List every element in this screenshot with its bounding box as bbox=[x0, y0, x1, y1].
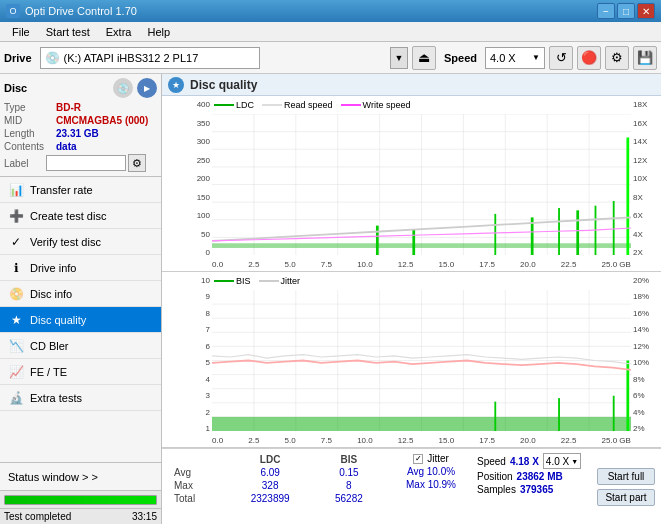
drive-value: (K:) ATAPI iHBS312 2 PL17 bbox=[64, 52, 199, 64]
sidebar-item-fe-te[interactable]: 📈 FE / TE bbox=[0, 359, 161, 385]
svg-rect-48 bbox=[613, 396, 615, 431]
disc-quality-label: Disc quality bbox=[30, 314, 86, 326]
bis-jitter-chart-svg bbox=[212, 290, 631, 431]
legend-write-speed: Write speed bbox=[341, 100, 411, 110]
close-button[interactable]: ✕ bbox=[637, 3, 655, 19]
cd-bler-icon: 📉 bbox=[8, 338, 24, 354]
sidebar-item-disc-info[interactable]: 📀 Disc info bbox=[0, 281, 161, 307]
legend-write-speed-label: Write speed bbox=[363, 100, 411, 110]
fe-te-label: FE / TE bbox=[30, 366, 67, 378]
speed-label: Speed bbox=[444, 52, 477, 64]
action-buttons: Start full Start part bbox=[591, 449, 661, 524]
verify-test-disc-icon: ✓ bbox=[8, 234, 24, 250]
content-header: ★ Disc quality bbox=[162, 74, 661, 96]
minimize-button[interactable]: − bbox=[597, 3, 615, 19]
jitter-section: ✓ Jitter Avg 10.0% Max 10.9% bbox=[391, 449, 471, 524]
transfer-rate-label: Transfer rate bbox=[30, 184, 93, 196]
start-part-button[interactable]: Start part bbox=[597, 489, 655, 506]
status-window-button[interactable]: Status window > > bbox=[0, 462, 161, 490]
disc-contents-row: Contents data bbox=[4, 141, 157, 152]
create-test-disc-icon: ➕ bbox=[8, 208, 24, 224]
legend-bis-label: BIS bbox=[236, 276, 251, 286]
verify-test-disc-label: Verify test disc bbox=[30, 236, 101, 248]
jitter-checkbox[interactable]: ✓ bbox=[413, 454, 423, 464]
jitter-header-row: ✓ Jitter bbox=[413, 453, 449, 464]
position-value: 23862 MB bbox=[517, 471, 563, 482]
label-confirm-button[interactable]: ⚙ bbox=[128, 154, 146, 172]
save-button[interactable]: 💾 bbox=[633, 46, 657, 70]
drive-icon: 💿 bbox=[45, 51, 60, 65]
menu-help[interactable]: Help bbox=[139, 24, 178, 40]
eject-button[interactable]: ⏏ bbox=[412, 46, 436, 70]
position-row: Position 23862 MB bbox=[477, 471, 563, 482]
avg-bis: 0.15 bbox=[315, 466, 383, 479]
sidebar-item-transfer-rate[interactable]: 📊 Transfer rate bbox=[0, 177, 161, 203]
col-header-empty bbox=[170, 453, 225, 466]
drive-selector[interactable]: 💿 (K:) ATAPI iHBS312 2 PL17 bbox=[40, 47, 260, 69]
menu-file[interactable]: File bbox=[4, 24, 38, 40]
bis-jitter-chart-svg-container bbox=[212, 290, 631, 431]
drive-info-label: Drive info bbox=[30, 262, 76, 274]
disc-icon: 💿 bbox=[113, 78, 133, 98]
speed-arrow: ▼ bbox=[532, 53, 540, 62]
menu-extra[interactable]: Extra bbox=[98, 24, 140, 40]
burn-button[interactable]: 🔴 bbox=[577, 46, 601, 70]
disc-info-icon: 📀 bbox=[8, 286, 24, 302]
sidebar-item-extra-tests[interactable]: 🔬 Extra tests bbox=[0, 385, 161, 411]
titlebar: O Opti Drive Control 1.70 − □ ✕ bbox=[0, 0, 661, 22]
label-input[interactable] bbox=[46, 155, 126, 171]
jitter-max-row: Max 10.9% bbox=[406, 479, 456, 490]
mid-value: CMCMAGBA5 (000) bbox=[56, 115, 148, 126]
maximize-button[interactable]: □ bbox=[617, 3, 635, 19]
legend-bis: BIS bbox=[214, 276, 251, 286]
sidebar-item-create-test-disc[interactable]: ➕ Create test disc bbox=[0, 203, 161, 229]
jitter-avg-row: Avg 10.0% bbox=[407, 466, 455, 477]
menu-start-test[interactable]: Start test bbox=[38, 24, 98, 40]
legend-jitter-label: Jitter bbox=[281, 276, 301, 286]
ldc-chart: LDC Read speed Write speed 400 350 30 bbox=[162, 96, 661, 272]
jitter-max-label: Max bbox=[406, 479, 428, 490]
type-label: Type bbox=[4, 102, 56, 113]
disc-header-label: Disc bbox=[4, 82, 27, 94]
yaxis-right-top: 18X 16X 14X 12X 10X 8X 6X 4X 2X bbox=[631, 96, 661, 271]
svg-rect-23 bbox=[576, 210, 579, 255]
mid-label: MID bbox=[4, 115, 56, 126]
start-full-button[interactable]: Start full bbox=[597, 468, 655, 485]
speed-selector[interactable]: 4.0 X ▼ bbox=[485, 47, 545, 69]
jitter-label: Jitter bbox=[427, 453, 449, 464]
sidebar-item-drive-info[interactable]: ℹ Drive info bbox=[0, 255, 161, 281]
sidebar-item-disc-quality[interactable]: ★ Disc quality bbox=[0, 307, 161, 333]
col-header-bis: BIS bbox=[315, 453, 383, 466]
main-area: Disc 💿 ▶ Type BD-R MID CMCMAGBA5 (000) L… bbox=[0, 74, 661, 524]
ldc-chart-svg-container bbox=[212, 114, 631, 255]
content-panel: ★ Disc quality LDC Read speed bbox=[162, 74, 661, 524]
sidebar-item-cd-bler[interactable]: 📉 CD Bler bbox=[0, 333, 161, 359]
speed-dropdown[interactable]: 4.0 X ▼ bbox=[543, 453, 581, 469]
sidebar-item-verify-test-disc[interactable]: ✓ Verify test disc bbox=[0, 229, 161, 255]
svg-rect-46 bbox=[494, 402, 496, 431]
legend-read-speed-label: Read speed bbox=[284, 100, 333, 110]
fe-te-icon: 📈 bbox=[8, 364, 24, 380]
legend-read-speed: Read speed bbox=[262, 100, 333, 110]
content-header-icon: ★ bbox=[168, 77, 184, 93]
legend-ldc-color bbox=[214, 104, 234, 106]
refresh-button[interactable]: ↺ bbox=[549, 46, 573, 70]
stats-table: LDC BIS Avg 6.09 0.15 Max bbox=[162, 449, 391, 524]
disc-type-row: Type BD-R bbox=[4, 102, 157, 113]
label-label: Label bbox=[4, 158, 46, 169]
drive-label: Drive bbox=[4, 52, 32, 64]
stats-row: LDC BIS Avg 6.09 0.15 Max bbox=[162, 448, 661, 524]
legend-ldc-label: LDC bbox=[236, 100, 254, 110]
drive-dropdown-arrow[interactable]: ▼ bbox=[390, 47, 408, 69]
settings-button[interactable]: ⚙ bbox=[605, 46, 629, 70]
svg-rect-20 bbox=[494, 214, 496, 255]
disc-length-row: Length 23.31 GB bbox=[4, 128, 157, 139]
svg-rect-19 bbox=[412, 229, 415, 255]
length-value: 23.31 GB bbox=[56, 128, 99, 139]
speed-label-text: Speed bbox=[477, 456, 506, 467]
type-value: BD-R bbox=[56, 102, 81, 113]
svg-rect-18 bbox=[376, 226, 379, 255]
app-title: Opti Drive Control 1.70 bbox=[25, 5, 597, 17]
jitter-avg-label: Avg bbox=[407, 466, 427, 477]
jitter-max-value: 10.9% bbox=[428, 479, 456, 490]
